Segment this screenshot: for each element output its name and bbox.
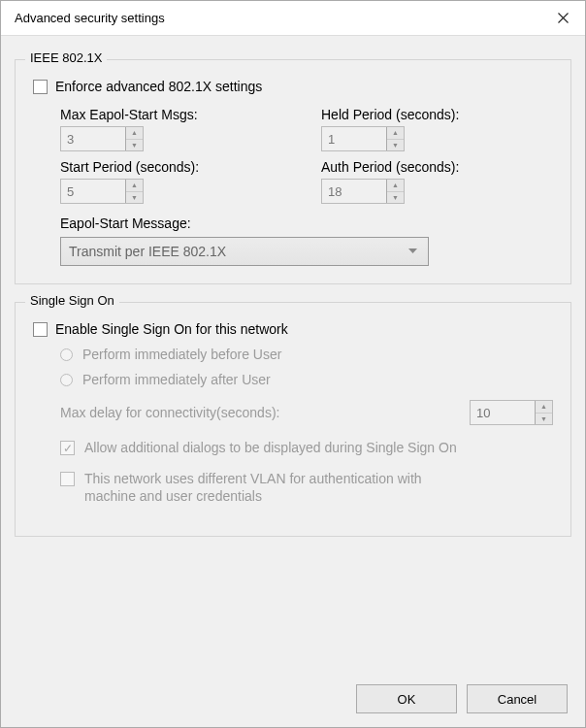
spin-down-icon: ▼ bbox=[387, 140, 404, 151]
titlebar: Advanced security settings bbox=[1, 1, 585, 36]
radio-before bbox=[60, 348, 73, 361]
max-delay-spinner: 10 ▲ ▼ bbox=[470, 400, 553, 425]
vlan-label: This network uses different VLAN for aut… bbox=[84, 470, 472, 505]
radio-before-row: Perform immediately before User bbox=[60, 346, 553, 363]
spin-down-icon: ▼ bbox=[126, 192, 143, 204]
ieee-fields: Max Eapol-Start Msgs: 3 ▲ ▼ Held Period … bbox=[60, 107, 553, 204]
vlan-row: This network uses different VLAN for aut… bbox=[60, 470, 553, 505]
auth-spinner: 18 ▲ ▼ bbox=[321, 179, 405, 204]
spin-down-icon: ▼ bbox=[126, 140, 143, 151]
sso-enable-label: Enable Single Sign On for this network bbox=[55, 320, 288, 338]
vlan-checkbox bbox=[60, 472, 75, 486]
dialog-buttons: OK Cancel bbox=[356, 684, 568, 713]
spin-up-icon: ▲ bbox=[387, 180, 404, 192]
enforce-row: Enforce advanced 802.1X settings bbox=[33, 78, 553, 95]
close-icon bbox=[558, 13, 569, 23]
dialog-content: IEEE 802.1X Enforce advanced 802.1X sett… bbox=[1, 36, 585, 566]
ieee-groupbox: IEEE 802.1X Enforce advanced 802.1X sett… bbox=[15, 59, 571, 284]
dialog-title: Advanced security settings bbox=[15, 11, 165, 25]
max-eapol-spin: ▲ ▼ bbox=[125, 127, 143, 150]
held-label: Held Period (seconds): bbox=[321, 107, 553, 122]
held-spinner: 1 ▲ ▼ bbox=[321, 126, 405, 151]
auth-value: 18 bbox=[322, 180, 386, 203]
enforce-label: Enforce advanced 802.1X settings bbox=[55, 78, 262, 95]
max-delay-label: Max delay for connectivity(seconds): bbox=[60, 404, 279, 421]
dropdown-arrow bbox=[403, 238, 422, 265]
max-delay-row: Max delay for connectivity(seconds): 10 … bbox=[60, 400, 553, 425]
cancel-button[interactable]: Cancel bbox=[467, 684, 568, 713]
auth-spin: ▲ ▼ bbox=[386, 180, 404, 203]
start-field: Start Period (seconds): 5 ▲ ▼ bbox=[60, 159, 292, 204]
spin-up-icon: ▲ bbox=[387, 127, 404, 140]
radio-before-label: Perform immediately before User bbox=[82, 346, 281, 363]
start-spin: ▲ ▼ bbox=[125, 180, 143, 203]
spin-up-icon: ▲ bbox=[126, 127, 143, 140]
allow-dialogs-label: Allow additional dialogs to be displayed… bbox=[84, 439, 457, 456]
sso-enable-row: Enable Single Sign On for this network bbox=[33, 320, 553, 338]
sso-groupbox: Single Sign On Enable Single Sign On for… bbox=[15, 302, 571, 537]
start-value: 5 bbox=[61, 180, 125, 203]
spin-up-icon: ▲ bbox=[536, 401, 552, 414]
allow-dialogs-checkbox bbox=[60, 441, 75, 455]
sso-enable-checkbox[interactable] bbox=[33, 322, 48, 337]
chevron-down-icon bbox=[408, 248, 417, 254]
allow-dialogs-row: Allow additional dialogs to be displayed… bbox=[60, 439, 553, 456]
start-label: Start Period (seconds): bbox=[60, 159, 292, 175]
auth-field: Auth Period (seconds): 18 ▲ ▼ bbox=[321, 159, 553, 204]
max-eapol-spinner: 3 ▲ ▼ bbox=[60, 126, 144, 151]
spin-down-icon: ▼ bbox=[387, 192, 404, 204]
spin-down-icon: ▼ bbox=[536, 414, 552, 425]
max-delay-spin: ▲ ▼ bbox=[535, 401, 552, 424]
start-spinner: 5 ▲ ▼ bbox=[60, 179, 144, 204]
max-eapol-label: Max Eapol-Start Msgs: bbox=[60, 107, 292, 122]
dialog-window: Advanced security settings IEEE 802.1X E… bbox=[0, 0, 586, 728]
close-button[interactable] bbox=[540, 1, 585, 36]
eapol-msg-value: Transmit per IEEE 802.1X bbox=[69, 244, 226, 259]
max-eapol-value: 3 bbox=[61, 127, 125, 150]
ok-button[interactable]: OK bbox=[356, 684, 457, 713]
spin-up-icon: ▲ bbox=[126, 180, 143, 192]
radio-after-row: Perform immediately after User bbox=[60, 371, 553, 388]
held-value: 1 bbox=[322, 127, 386, 150]
eapol-msg-label: Eapol-Start Message: bbox=[60, 215, 553, 231]
eapol-msg-select: Transmit per IEEE 802.1X bbox=[60, 237, 429, 266]
max-eapol-field: Max Eapol-Start Msgs: 3 ▲ ▼ bbox=[60, 107, 292, 151]
enforce-checkbox[interactable] bbox=[33, 80, 48, 94]
max-delay-value: 10 bbox=[471, 401, 535, 424]
auth-label: Auth Period (seconds): bbox=[321, 159, 553, 175]
ieee-group-label: IEEE 802.1X bbox=[25, 50, 107, 65]
radio-after bbox=[60, 374, 73, 386]
held-spin: ▲ ▼ bbox=[386, 127, 404, 150]
radio-after-label: Perform immediately after User bbox=[82, 371, 271, 388]
held-field: Held Period (seconds): 1 ▲ ▼ bbox=[321, 107, 553, 151]
sso-group-label: Single Sign On bbox=[25, 293, 119, 308]
